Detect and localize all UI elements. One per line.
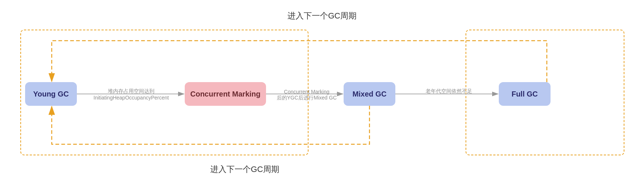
edge-label-cm-to-mixed-line1: Concurrent Marking [270,89,344,95]
concurrent-marking-node: Concurrent Marking [185,82,266,106]
edge-label-cm-to-mixed: Concurrent Marking 后的YGC后进行Mixed GC [270,89,344,101]
full-gc-node: Full GC [499,82,551,106]
edge-label-young-to-cm-line2: InitiatingHeapOccupancyPercent [81,95,181,101]
edge-label-cm-to-mixed-line2: 后的YGC后进行Mixed GC [270,95,344,101]
edge-label-mixed-to-full: 老年代空间依然不足 [401,88,497,95]
diagram-container: 进入下一个GC周期 进入下一个GC周期 Young GC Concurrent … [0,0,644,189]
mixed-gc-node: Mixed GC [344,82,395,106]
bottom-cycle-label: 进入下一个GC周期 [210,164,279,175]
young-gc-node: Young GC [25,82,77,106]
edge-label-young-to-cm-line1: 堆内存占用空间达到 [81,88,181,95]
edge-label-young-to-cm: 堆内存占用空间达到 InitiatingHeapOccupancyPercent [81,88,181,101]
top-cycle-label: 进入下一个GC周期 [287,10,357,21]
